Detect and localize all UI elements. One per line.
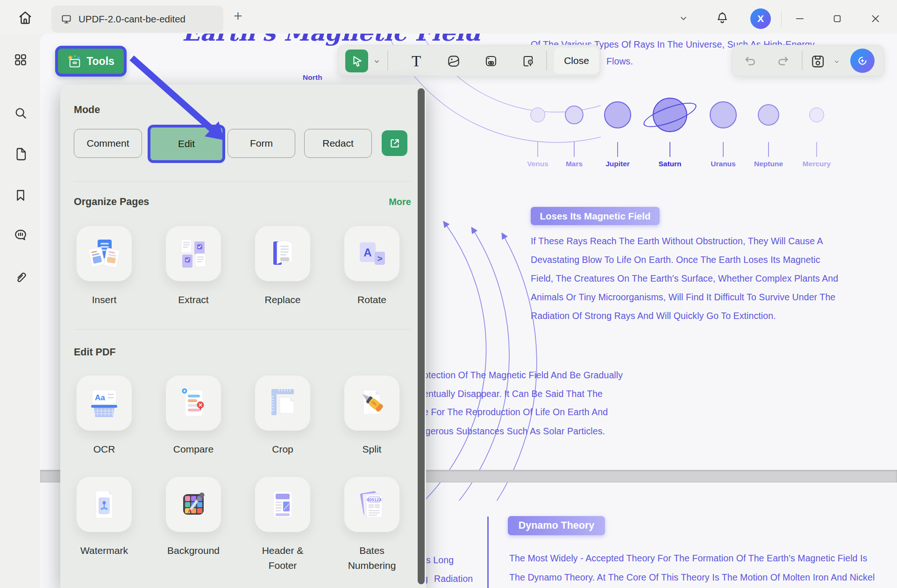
saturn-label: Saturn: [648, 160, 692, 168]
svg-text:A: A: [363, 246, 371, 259]
clipped-fragment: s Long: [426, 555, 454, 566]
paperclip-icon: [13, 270, 28, 285]
left-sidebar: [0, 34, 40, 588]
paragraph-line: Animals Or Tiny Microorganisms, Will Fin…: [531, 292, 835, 303]
collapse-button[interactable]: [676, 11, 691, 25]
paragraph-line: The Most Widely - Accepted Theory For Th…: [509, 553, 867, 564]
image-icon: [447, 54, 461, 68]
link-icon: [484, 54, 498, 68]
minimize-icon: [795, 14, 805, 24]
jupiter-label: Jupiter: [595, 160, 640, 168]
close-window-button[interactable]: [865, 10, 886, 27]
select-tool-dropdown[interactable]: [372, 57, 381, 66]
mode-edit-button[interactable]: Edit: [148, 125, 225, 163]
editor-toolbar: T Close: [338, 45, 601, 76]
sidebar-comments-button[interactable]: [13, 227, 28, 242]
select-tool-button[interactable]: [345, 50, 368, 72]
svg-text:Aa: Aa: [95, 393, 105, 402]
tool-crop[interactable]: Crop: [255, 375, 310, 457]
tools-button-label: Tools: [86, 55, 114, 68]
planet-neptune: [758, 104, 779, 126]
paragraph-line: The Dynamo Theory. At The Core Of This T…: [509, 572, 875, 583]
extract-icon: [178, 239, 208, 269]
notifications-button[interactable]: [714, 9, 731, 26]
mars-label: Mars: [552, 160, 597, 168]
save-dropdown[interactable]: [832, 57, 842, 67]
tool-compare[interactable]: Compare: [166, 375, 221, 457]
mode-section-title: Mode: [74, 104, 100, 116]
sidebar-pages-button[interactable]: [13, 147, 28, 162]
search-icon: [13, 106, 28, 120]
account-avatar[interactable]: X: [750, 8, 771, 29]
maximize-icon: [832, 14, 842, 24]
save-icon: [810, 54, 825, 69]
mode-form-button[interactable]: Form: [228, 129, 295, 158]
grid-icon: [13, 52, 28, 67]
page-location-tool-button[interactable]: [519, 51, 538, 71]
redo-button[interactable]: [775, 53, 791, 70]
tool-replace[interactable]: Replace: [255, 226, 310, 307]
minimize-button[interactable]: [790, 10, 809, 27]
planet-venus: [530, 107, 545, 122]
home-button[interactable]: [17, 9, 34, 26]
mode-redact-button[interactable]: Redact: [304, 129, 372, 158]
chevron-down-icon: [679, 14, 688, 23]
undo-button[interactable]: [742, 53, 759, 70]
uranus-label: Uranus: [701, 160, 746, 168]
organize-more-link[interactable]: More: [389, 197, 411, 207]
toolbar-divider: [802, 51, 803, 71]
section-divider: [74, 181, 411, 182]
undo-icon: [743, 54, 757, 68]
clipped-line: e For The Reproduction Of Life On Earth …: [423, 407, 608, 418]
tool-insert[interactable]: Insert: [77, 226, 132, 307]
new-tab-button[interactable]: +: [234, 7, 242, 25]
sidebar-search-button[interactable]: [13, 106, 28, 120]
svg-text:000123: 000123: [367, 497, 381, 502]
tool-background[interactable]: Background: [166, 477, 221, 573]
sidebar-attachments-button[interactable]: [13, 270, 28, 285]
document-tab[interactable]: UPDF-2.0-cant-be-edited: [51, 6, 223, 33]
text-tool-icon: T: [412, 54, 421, 69]
paragraph-line: Field, The Creatures On The Earth's Surf…: [531, 273, 838, 284]
neptune-label: Neptune: [746, 160, 791, 168]
panel-scrollbar[interactable]: [418, 88, 425, 584]
sidebar-bookmarks-button[interactable]: [13, 188, 28, 203]
section-divider: [74, 329, 411, 330]
chevron-down-icon: [373, 58, 380, 65]
comment-icon: [13, 227, 28, 242]
replace-icon: [268, 239, 298, 269]
link-tool-button[interactable]: [481, 51, 501, 71]
compare-icon: [178, 388, 208, 418]
tools-panel: Mode Comment Edit Form Redact Organize P…: [60, 85, 426, 588]
planet-uranus: [710, 101, 737, 128]
tool-bates-numbering[interactable]: 000123 Bates Numbering: [344, 477, 399, 573]
text-tool-button[interactable]: T: [406, 51, 426, 71]
close-editor-button[interactable]: Close: [554, 48, 599, 74]
save-button[interactable]: [808, 52, 827, 71]
bates-numbering-icon: 000123: [357, 489, 387, 519]
tool-ocr[interactable]: Aa OCR: [77, 375, 132, 457]
external-link-icon: [389, 137, 401, 149]
home-icon: [17, 9, 34, 26]
ai-assistant-button[interactable]: [850, 49, 875, 73]
doc-top-line-fragment: Flows.: [606, 56, 633, 67]
tools-box-icon: [67, 54, 82, 68]
sidebar-thumbnails-button[interactable]: [13, 52, 28, 67]
clipped-line: otection Of The Magnetic Field And Be Gr…: [423, 370, 623, 381]
bookmark-icon: [13, 188, 28, 203]
planet-mercury: [809, 107, 824, 122]
open-in-new-button[interactable]: [382, 130, 407, 156]
planet-jupiter: [604, 101, 631, 128]
image-tool-button[interactable]: [444, 51, 463, 71]
venus-tick: [537, 142, 538, 157]
tools-button[interactable]: Tools: [55, 46, 127, 77]
mode-comment-button[interactable]: Comment: [74, 129, 142, 158]
maximize-button[interactable]: [828, 10, 847, 27]
editpdf-section-title: Edit PDF: [74, 347, 116, 358]
tool-header-footer[interactable]: Header & Footer: [255, 477, 310, 573]
tool-split[interactable]: Split: [344, 375, 399, 457]
monitor-icon: [61, 14, 72, 25]
tool-extract[interactable]: Extract: [166, 226, 221, 307]
tool-rotate[interactable]: A > Rotate: [344, 226, 399, 307]
tool-watermark[interactable]: Watermark: [77, 477, 132, 573]
